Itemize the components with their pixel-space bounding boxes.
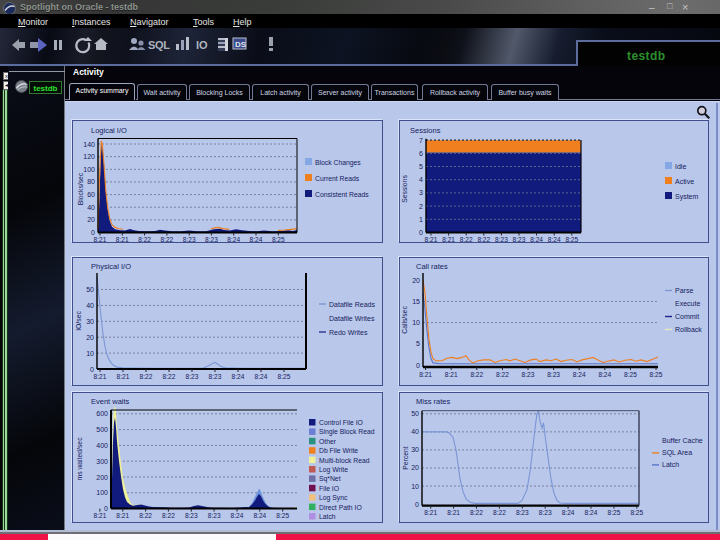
svg-text:0: 0 [90,366,94,373]
svg-text:8:21: 8:21 [93,512,106,519]
svg-text:Single Block Read: Single Block Read [319,428,375,436]
svg-text:SQL: SQL [148,39,170,51]
svg-text:8:23: 8:23 [539,509,552,516]
svg-text:SQL Area: SQL Area [662,449,692,457]
svg-text:8:22: 8:22 [470,371,483,378]
svg-text:8:24: 8:24 [227,236,240,242]
svg-text:100: 100 [96,489,108,496]
svg-text:Datafile Reads: Datafile Reads [329,301,375,308]
svg-text:30: 30 [411,446,419,453]
svg-text:140: 140 [83,141,95,148]
svg-text:8:25: 8:25 [630,509,643,516]
svg-text:Latch: Latch [662,461,679,468]
svg-text:10: 10 [86,350,94,357]
svg-text:4: 4 [419,176,423,183]
svg-text:Active: Active [675,178,694,185]
svg-text:8:25: 8:25 [272,236,285,242]
svg-text:1: 1 [419,216,423,223]
svg-text:Block Changes: Block Changes [315,159,361,167]
svg-text:8:24: 8:24 [548,236,561,242]
svg-text:20: 20 [87,216,95,223]
svg-text:50: 50 [86,286,94,293]
svg-text:Parse: Parse [675,287,693,294]
svg-text:Current Reads: Current Reads [315,175,360,182]
svg-text:Call rates: Call rates [416,262,448,271]
svg-text:2: 2 [419,203,423,210]
svg-text:8:22: 8:22 [163,373,176,380]
svg-text:80: 80 [87,178,95,185]
svg-text:Event waits: Event waits [91,397,130,406]
svg-text:8:23: 8:23 [205,236,218,242]
svg-text:10: 10 [411,483,419,490]
svg-text:Logical I/O: Logical I/O [91,126,127,135]
svg-text:15: 15 [412,298,420,305]
svg-text:8:22: 8:22 [140,373,153,380]
svg-text:8:25: 8:25 [278,373,291,380]
svg-text:8:23: 8:23 [183,236,196,242]
svg-text:0: 0 [91,229,95,236]
svg-text:8:21: 8:21 [94,236,107,242]
svg-text:Other: Other [319,438,337,445]
svg-text:20: 20 [86,334,94,341]
svg-text:Rollback: Rollback [675,326,702,333]
svg-text:8:21: 8:21 [117,373,130,380]
svg-text:8:24: 8:24 [253,512,266,519]
svg-text:0: 0 [415,501,419,508]
svg-text:8:25: 8:25 [650,371,663,378]
svg-text:8:23: 8:23 [516,509,529,516]
svg-text:8:21: 8:21 [419,371,432,378]
svg-text:8:24: 8:24 [255,373,268,380]
svg-text:8:25: 8:25 [607,509,620,516]
svg-text:5: 5 [419,163,423,170]
svg-text:DS: DS [235,40,247,49]
svg-text:8:24: 8:24 [530,236,543,242]
svg-text:8:21: 8:21 [442,236,455,242]
svg-text:Idle: Idle [675,163,686,170]
svg-text:Physical I/O: Physical I/O [91,262,131,271]
svg-text:8:23: 8:23 [495,236,508,242]
svg-text:8:22: 8:22 [493,509,506,516]
svg-text:200: 200 [96,474,108,481]
svg-text:8:22: 8:22 [460,236,473,242]
svg-text:8:21: 8:21 [94,373,107,380]
svg-text:8:21: 8:21 [116,236,129,242]
svg-text:120: 120 [83,153,95,160]
svg-text:ms waited/sec: ms waited/sec [76,437,83,481]
svg-text:Log Write: Log Write [319,466,348,474]
svg-text:6: 6 [419,150,423,157]
svg-text:Multi-block Read: Multi-block Read [319,457,370,464]
svg-text:Redo Writes: Redo Writes [329,329,368,336]
svg-text:3: 3 [419,189,423,196]
svg-text:Calls/sec: Calls/sec [401,306,408,334]
svg-text:8:21: 8:21 [425,236,438,242]
svg-text:Sessions: Sessions [401,175,408,203]
svg-text:60: 60 [87,191,95,198]
svg-text:8:22: 8:22 [139,512,152,519]
svg-text:System: System [675,193,699,201]
svg-text:8:22: 8:22 [477,236,490,242]
svg-text:8:21: 8:21 [424,509,437,516]
svg-text:8:23: 8:23 [209,373,222,380]
svg-text:Control File IO: Control File IO [319,419,363,426]
svg-text:8:23: 8:23 [185,512,198,519]
svg-text:5: 5 [416,340,420,347]
svg-text:IO/sec: IO/sec [75,311,82,331]
svg-text:IO: IO [196,39,208,51]
svg-text:8:23: 8:23 [208,512,221,519]
svg-text:8:22: 8:22 [160,236,173,242]
svg-text:8:22: 8:22 [470,509,483,516]
svg-text:8:21: 8:21 [116,512,129,519]
svg-text:Commit: Commit [675,313,699,320]
svg-text:8:21: 8:21 [447,509,460,516]
svg-text:20: 20 [411,464,419,471]
svg-text:0: 0 [416,362,420,369]
svg-text:8:23: 8:23 [522,371,535,378]
svg-text:8:25: 8:25 [624,371,637,378]
svg-text:Consistent Reads: Consistent Reads [315,191,369,198]
svg-text:50: 50 [411,410,419,417]
svg-text:8:23: 8:23 [186,373,199,380]
svg-text:40: 40 [86,302,94,309]
svg-text:8:25: 8:25 [565,236,578,242]
svg-text:8:24: 8:24 [231,512,244,519]
svg-text:File IO: File IO [319,485,339,492]
